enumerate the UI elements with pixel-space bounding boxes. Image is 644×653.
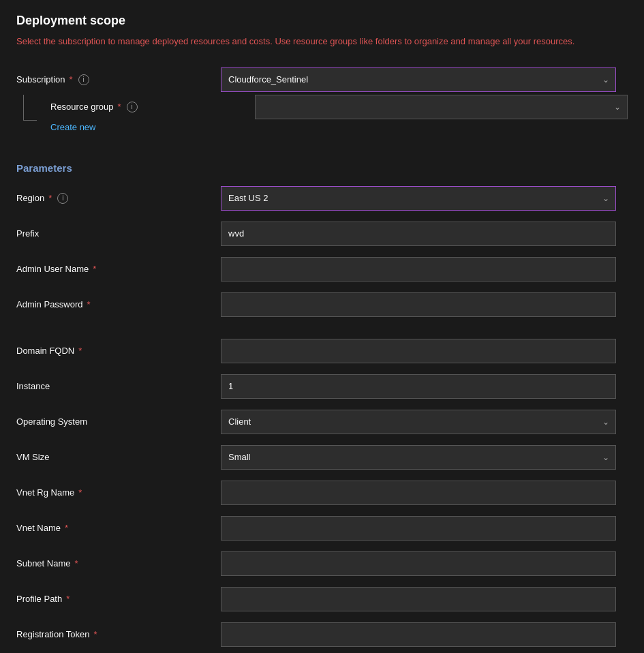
admin-password-group: Admin Password *	[16, 292, 628, 317]
instance-input[interactable]	[221, 374, 616, 399]
create-new-link[interactable]: Create new	[50, 122, 628, 132]
page-description: Select the subscription to manage deploy…	[16, 35, 602, 48]
admin-password-required: *	[87, 299, 91, 309]
registration-token-group: Registration Token *	[16, 622, 628, 647]
page-title: Deployment scope	[16, 14, 628, 28]
prefix-group: Prefix	[16, 222, 628, 246]
admin-user-name-label: Admin User Name *	[16, 264, 221, 274]
admin-user-name-group: Admin User Name *	[16, 257, 628, 282]
subscription-group: Subscription * i Cloudforce_Sentinel ⌄	[16, 67, 628, 92]
operating-system-select[interactable]: Client Server	[221, 410, 616, 434]
operating-system-label: Operating System	[16, 416, 221, 427]
admin-password-label: Admin Password *	[16, 299, 221, 309]
registration-token-label: Registration Token *	[16, 629, 221, 639]
resource-group-section: Resource group * i ⌄ Create new	[16, 95, 628, 146]
vnet-rg-name-input[interactable]	[221, 481, 616, 505]
resource-group-select-wrapper: ⌄	[255, 95, 628, 119]
resource-group-info-icon[interactable]: i	[127, 102, 138, 112]
tree-lines	[16, 95, 50, 146]
profile-path-input[interactable]	[221, 587, 616, 611]
admin-user-name-input[interactable]	[221, 257, 616, 282]
instance-group: Instance	[16, 374, 628, 399]
prefix-input[interactable]	[221, 222, 616, 246]
region-select[interactable]: East US 2 East US West US West US 2	[221, 186, 616, 211]
admin-user-name-required: *	[93, 264, 96, 274]
vnet-name-input[interactable]	[221, 516, 616, 541]
domain-fqdn-input[interactable]	[221, 339, 616, 363]
region-select-wrapper: East US 2 East US West US West US 2 ⌄	[221, 186, 616, 211]
region-info-icon[interactable]: i	[57, 193, 68, 204]
vnet-rg-name-group: Vnet Rg Name *	[16, 481, 628, 505]
region-required: *	[48, 193, 52, 203]
subscription-select[interactable]: Cloudforce_Sentinel	[221, 67, 616, 92]
region-label: Region * i	[16, 193, 221, 204]
profile-path-label: Profile Path *	[16, 594, 221, 604]
admin-password-input[interactable]	[221, 292, 616, 317]
subnet-name-required: *	[75, 558, 78, 568]
region-group: Region * i East US 2 East US West US Wes…	[16, 186, 628, 211]
domain-fqdn-group: Domain FQDN *	[16, 339, 628, 363]
operating-system-group: Operating System Client Server ⌄	[16, 410, 628, 434]
parameters-section-title: Parameters	[16, 162, 628, 174]
resource-group-group: Resource group * i ⌄	[50, 95, 628, 119]
vm-size-select-wrapper: Small Medium Large ⌄	[221, 445, 616, 470]
subscription-select-wrapper: Cloudforce_Sentinel ⌄	[221, 67, 616, 92]
instance-label: Instance	[16, 381, 221, 391]
vnet-name-group: Vnet Name *	[16, 516, 628, 541]
registration-token-input[interactable]	[221, 622, 616, 647]
vnet-name-required: *	[65, 523, 68, 533]
subnet-name-label: Subnet Name *	[16, 558, 221, 568]
vnet-name-label: Vnet Name *	[16, 523, 221, 533]
subscription-label: Subscription * i	[16, 74, 221, 85]
subnet-name-input[interactable]	[221, 551, 616, 576]
domain-fqdn-required: *	[78, 346, 82, 356]
resource-group-label: Resource group * i	[50, 102, 255, 112]
subscription-required: *	[70, 74, 73, 85]
profile-path-group: Profile Path *	[16, 587, 628, 611]
profile-path-required: *	[66, 594, 70, 604]
vnet-rg-name-label: Vnet Rg Name *	[16, 487, 221, 498]
prefix-label: Prefix	[16, 228, 221, 239]
domain-fqdn-label: Domain FQDN *	[16, 346, 221, 356]
tree-horizontal-line	[23, 120, 37, 121]
tree-vertical-line	[23, 95, 24, 121]
resource-group-required: *	[118, 102, 121, 112]
vm-size-label: VM Size	[16, 452, 221, 462]
vm-size-group: VM Size Small Medium Large ⌄	[16, 445, 628, 470]
registration-token-required: *	[93, 629, 97, 639]
subnet-name-group: Subnet Name *	[16, 551, 628, 576]
operating-system-select-wrapper: Client Server ⌄	[221, 410, 616, 434]
subscription-info-icon[interactable]: i	[78, 74, 89, 85]
resource-group-select[interactable]	[255, 95, 628, 119]
vnet-rg-name-required: *	[78, 487, 82, 498]
vm-size-select[interactable]: Small Medium Large	[221, 445, 616, 470]
